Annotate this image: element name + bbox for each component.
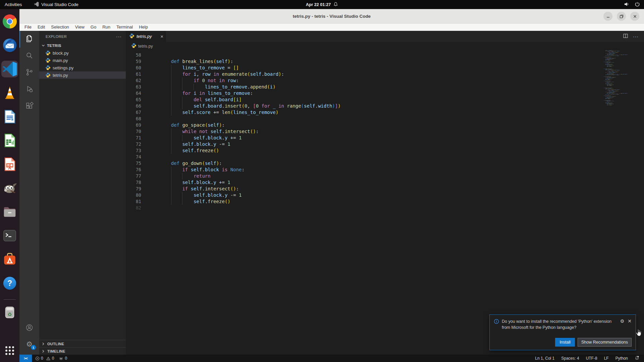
source-control-icon [25,68,34,78]
dock-item-vscode[interactable] [1,61,18,77]
dock-item-help[interactable]: ? [1,275,18,292]
menu-file[interactable]: File [21,23,35,31]
menu-edit[interactable]: Edit [35,23,48,31]
notifications-bell-icon[interactable] [635,356,639,361]
line-number: 80 [126,192,141,198]
menu-terminal[interactable]: Terminal [113,23,136,31]
line-number: 64 [126,90,141,97]
activities-button[interactable]: Activities [5,2,22,7]
python-file-icon [131,43,137,49]
file-item-main-py[interactable]: main.py [39,57,126,64]
code-line: self.block.y += 1 [160,135,242,141]
dock-item-vlc[interactable] [1,84,18,101]
file-item-tetris-py[interactable]: tetris.py [39,71,126,79]
accounts-button[interactable] [19,319,39,336]
activity-bar-source-control[interactable] [19,64,39,81]
install-button[interactable]: Install [555,338,575,347]
dock-item-calc[interactable] [1,132,18,149]
activity-bar-search[interactable] [19,48,39,64]
menu-run[interactable]: Run [99,23,113,31]
menu-view[interactable]: View [72,23,88,31]
cursor-position[interactable]: Ln 1, Col 1 [535,356,554,361]
dock-item-thunderbird[interactable] [1,37,18,54]
close-button[interactable] [630,12,639,21]
status-bar: >< 0 0 0 Ln 1, Col 1 Spaces: 4 UTF-8 LF [19,355,644,362]
chrome-icon [2,14,17,29]
explorer-sidebar: EXPLORER ··· TETRIS block.pymain.pysetti… [39,31,126,355]
outline-section-header[interactable]: OUTLINE [39,340,126,347]
folder-header-tetris[interactable]: TETRIS [39,42,126,49]
dock-item-chrome[interactable] [1,13,18,30]
dock-item-gimp[interactable] [1,180,18,196]
encoding[interactable]: UTF-8 [586,356,597,361]
vscode-app-icon [34,2,39,8]
clock-menu[interactable]: Apr 22 01:27 [306,2,338,8]
window-title: tetris.py - tetris - Visual Studio Code [19,9,644,23]
system-status-area[interactable] [624,1,640,8]
minimap[interactable]: def break_lines(self): lines_to_remove =… [601,50,628,106]
focused-app-indicator[interactable]: Visual Studio Code [34,2,78,8]
breadcrumb-item[interactable]: tetris.py [138,44,153,49]
dock-item-writer[interactable] [1,108,18,125]
show-recommendations-button[interactable]: Show Recommendations [578,338,632,347]
dock-item-trash[interactable]: ♻ [1,304,18,320]
code-editor[interactable]: 5859 def break_lines(self):60 lines_to_r… [126,50,644,355]
language-mode[interactable]: Python [615,356,628,361]
vlc-icon [2,85,17,101]
remote-indicator[interactable]: >< [19,355,32,362]
thunderbird-icon [2,38,17,53]
file-item-block-py[interactable]: block.py [39,49,126,57]
writer-icon [2,109,17,124]
dock-item-impress[interactable] [1,156,18,173]
close-tab-icon[interactable]: × [160,34,163,39]
settings-gear-button[interactable]: ⚙ 1 [19,336,39,353]
vscode-window: tetris.py - tetris - Visual Studio Code … [19,9,644,362]
minimize-button[interactable] [603,12,612,21]
restore-button[interactable] [617,12,626,21]
chevron-down-icon [41,43,46,48]
split-editor-icon[interactable] [623,33,628,40]
line-number: 71 [126,135,141,141]
line-number: 81 [126,198,141,205]
breadcrumb[interactable]: tetris.py [126,42,644,50]
line-number: 74 [126,154,141,160]
menu-selection[interactable]: Selection [48,23,72,31]
activity-bar-run-debug[interactable] [19,81,39,98]
window-title-bar[interactable]: tetris.py - tetris - Visual Studio Code [19,9,644,23]
problems-indicator[interactable]: 0 0 [35,356,54,361]
line-number: 77 [126,173,141,179]
ports-indicator[interactable]: 0 [59,356,67,361]
timeline-section-header[interactable]: TIMELINE [39,347,126,355]
notification-close-icon[interactable]: ✕ [628,318,632,330]
activity-bar-explorer[interactable] [19,31,39,48]
indentation[interactable]: Spaces: 4 [561,356,579,361]
menu-go[interactable]: Go [88,23,99,31]
python-file-icon [45,50,51,56]
tab-tetris-py[interactable]: tetris.py × [126,31,166,42]
activity-bar-extensions[interactable] [19,98,39,115]
error-icon [35,356,40,361]
dock-item-terminal[interactable] [1,227,18,244]
dock-item-software[interactable] [1,251,18,268]
eol-sequence[interactable]: LF [604,356,609,361]
help-icon: ? [2,276,17,291]
notification-settings-gear-icon[interactable]: ⚙ [620,318,625,330]
code-line: self.block.y -= 1 [160,192,242,198]
clock-label: Apr 22 01:27 [306,2,331,7]
dock-item-files[interactable] [1,203,18,220]
line-number: 82 [126,205,141,211]
menu-help[interactable]: Help [136,23,151,31]
desktop: Activities Visual Studio Code Apr 22 01:… [0,0,644,362]
explorer-icon [25,34,34,44]
radio-tower-icon [59,356,63,361]
more-actions-icon[interactable]: ··· [116,34,122,39]
file-item-settings-py[interactable]: settings.py [39,64,126,71]
line-number: 69 [126,122,141,128]
show-applications-button[interactable] [2,343,17,358]
files-icon [2,204,17,220]
notification-message: Do you want to install the recommended '… [502,318,618,330]
code-line: self.board.insert(0, [0 for _ in range(s… [160,103,341,109]
code-line: self.score += len(lines_to_remove) [160,109,278,116]
gimp-icon [2,180,17,196]
editor-more-actions-icon[interactable]: ··· [633,34,639,39]
